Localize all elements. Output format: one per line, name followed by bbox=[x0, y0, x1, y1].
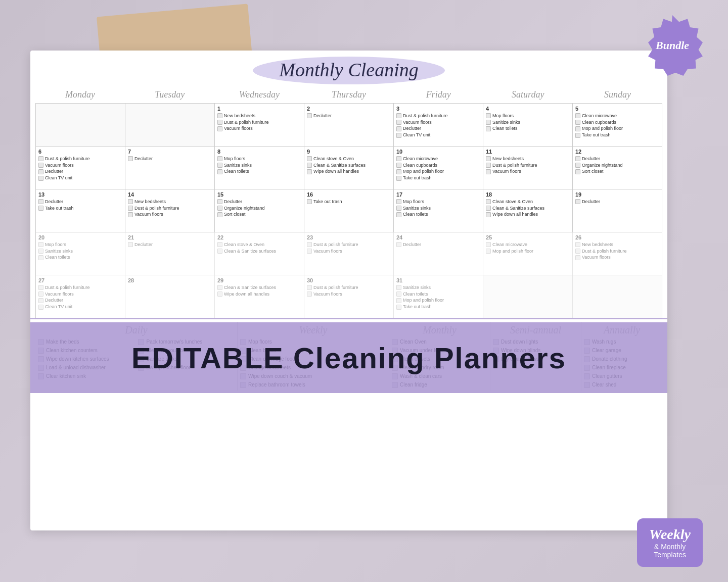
task-checkbox bbox=[217, 163, 222, 168]
cal-cell: 23Dust & polish furnitureVacuum floors bbox=[304, 232, 394, 275]
task-checkbox bbox=[38, 176, 43, 181]
task-item: Vacuum floors bbox=[486, 169, 570, 174]
task-checkbox bbox=[217, 126, 222, 131]
task-item: Declutter bbox=[575, 156, 659, 162]
overlay-text: EDITABLE Cleaning Planners bbox=[131, 341, 566, 375]
task-checkbox bbox=[486, 212, 491, 217]
task-checkbox bbox=[396, 176, 401, 181]
cell-number: 12 bbox=[575, 149, 659, 155]
task-text: Take out trash bbox=[313, 199, 342, 205]
task-checkbox bbox=[575, 255, 580, 260]
cell-number: 13 bbox=[38, 191, 122, 198]
task-checkbox bbox=[38, 163, 43, 168]
task-checkbox bbox=[486, 156, 491, 161]
task-text: Clean toilets bbox=[224, 169, 249, 174]
task-text: Declutter bbox=[582, 156, 600, 162]
task-text: Clean toilets bbox=[403, 212, 428, 217]
task-text: Declutter bbox=[403, 242, 421, 248]
task-text: Clean toilets bbox=[403, 292, 428, 297]
cell-number: 17 bbox=[396, 191, 480, 198]
day-thursday: Thursday bbox=[304, 87, 393, 102]
task-item: Wipe down all handles bbox=[486, 212, 570, 217]
task-item: Clean & Sanitize surfaces bbox=[217, 249, 301, 254]
cal-cell: 26New bedsheetsDust & polish furnitureVa… bbox=[573, 232, 662, 275]
task-text: Clean stove & Oven bbox=[224, 242, 264, 248]
cal-cell: 14New bedsheetsDust & polish furnitureVa… bbox=[125, 189, 215, 232]
cal-cell: 17Mop floorsSanitize sinksClean toilets bbox=[394, 189, 483, 232]
task-item: Vacuum floors bbox=[396, 120, 480, 125]
task-checkbox bbox=[217, 156, 222, 161]
task-text: Declutter bbox=[403, 126, 421, 131]
task-item: Clean stove & Oven bbox=[486, 199, 570, 205]
cal-cell: 16Take out trash bbox=[304, 189, 394, 232]
calendar-grid: 1New bedsheetsDust & polish furnitureVac… bbox=[35, 103, 662, 318]
title-area: Monthly Cleaning bbox=[30, 51, 667, 85]
cell-number: 2 bbox=[307, 106, 391, 112]
cell-number: 15 bbox=[217, 191, 301, 198]
task-item: New bedsheets bbox=[575, 242, 659, 248]
task-item: Declutter bbox=[128, 156, 212, 162]
bundle-label: Bundle bbox=[656, 39, 689, 52]
task-checkbox bbox=[575, 120, 580, 125]
task-checkbox bbox=[38, 156, 43, 161]
cal-cell: 4Mop floorsSanitize sinksClean toilets bbox=[483, 104, 573, 147]
task-item: Declutter bbox=[38, 298, 122, 303]
cell-number: 4 bbox=[486, 106, 570, 112]
task-checkbox bbox=[217, 113, 222, 118]
cal-cell: 22Clean stove & OvenClean & Sanitize sur… bbox=[215, 232, 304, 275]
task-text: Mop and polish floor bbox=[492, 249, 533, 254]
cell-number: 9 bbox=[307, 149, 391, 155]
task-item: Declutter bbox=[38, 199, 122, 205]
task-item: Mop and polish floor bbox=[396, 169, 480, 174]
task-checkbox bbox=[396, 305, 401, 310]
cell-number: 31 bbox=[396, 277, 480, 283]
badge-templates: Templates bbox=[649, 551, 691, 559]
cal-cell: 20Mop floorsSanitize sinksClean toilets bbox=[36, 232, 125, 275]
task-text: Sanitize sinks bbox=[492, 120, 520, 125]
task-text: Dust & polish furniture bbox=[45, 285, 90, 290]
task-text: Clean & Sanitize surfaces bbox=[224, 285, 276, 290]
task-text: Take out trash bbox=[403, 175, 432, 181]
cal-cell: 15DeclutterOrganize nightstandSort close… bbox=[215, 189, 304, 232]
task-item: Clean TV unit bbox=[38, 175, 122, 181]
task-item: Mop floors bbox=[38, 242, 122, 248]
task-text: Clean toilets bbox=[45, 255, 70, 260]
task-checkbox bbox=[486, 163, 491, 168]
task-item: Declutter bbox=[38, 169, 122, 174]
cal-cell: 2Declutter bbox=[304, 104, 394, 147]
task-item: Sort closet bbox=[217, 212, 301, 217]
task-checkbox bbox=[396, 206, 401, 211]
task-item: Sanitize sinks bbox=[38, 249, 122, 254]
cal-cell: 21Declutter bbox=[125, 232, 215, 275]
task-checkbox bbox=[307, 242, 312, 247]
cal-cell bbox=[483, 275, 573, 318]
task-text: Organize nightstand bbox=[582, 163, 623, 168]
task-item: Clean & Sanitize surfaces bbox=[217, 285, 301, 290]
task-item: Dust & polish furniture bbox=[486, 163, 570, 168]
task-item: Dust & polish furniture bbox=[575, 249, 659, 254]
task-text: Mop floors bbox=[492, 113, 514, 119]
task-item: Declutter bbox=[307, 113, 391, 119]
task-checkbox bbox=[396, 133, 401, 138]
task-text: Clean toilets bbox=[492, 126, 518, 131]
task-text: Declutter bbox=[313, 113, 332, 119]
task-item: Declutter bbox=[128, 242, 212, 248]
task-text: Declutter bbox=[45, 169, 63, 174]
task-item: Dust & polish furniture bbox=[38, 156, 122, 162]
task-checkbox bbox=[38, 292, 43, 297]
task-checkbox bbox=[307, 169, 312, 174]
day-headers: Monday Tuesday Wednesday Thursday Friday… bbox=[35, 87, 662, 102]
task-text: Declutter bbox=[45, 199, 63, 205]
task-item: Sanitize sinks bbox=[396, 285, 480, 290]
task-text: Take out trash bbox=[582, 132, 611, 138]
task-text: Clean microwave bbox=[403, 156, 438, 162]
task-item: Dust & polish furniture bbox=[128, 206, 212, 211]
task-item: Clean toilets bbox=[486, 126, 570, 131]
task-item: Sanitize sinks bbox=[217, 163, 301, 168]
cal-cell: 13DeclutterTake out trash bbox=[36, 189, 125, 232]
task-text: Vacuum floors bbox=[45, 163, 74, 168]
task-checkbox bbox=[486, 113, 491, 118]
task-checkbox bbox=[128, 206, 133, 211]
cal-cell: 29Clean & Sanitize surfacesWipe down all… bbox=[215, 275, 304, 318]
task-item: Clean & Sanitize surfaces bbox=[307, 163, 391, 168]
